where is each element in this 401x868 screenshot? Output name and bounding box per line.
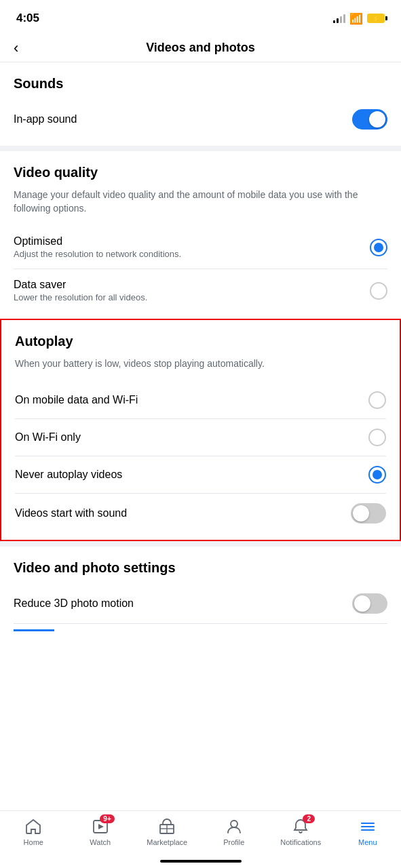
- videos-start-sound-toggle[interactable]: [351, 503, 386, 524]
- battery-icon: ⚡: [367, 14, 385, 23]
- nav-notifications[interactable]: 2 Notifications: [277, 818, 324, 846]
- autoplay-wifi-only-radio[interactable]: [368, 429, 386, 446]
- sounds-section: Sounds In-app sound: [0, 62, 401, 146]
- marketplace-icon: [158, 818, 176, 835]
- datasaver-sublabel: Lower the resolution for all videos.: [14, 292, 147, 302]
- autoplay-wifi-only-label: On Wi-Fi only: [15, 431, 81, 443]
- nav-watch-label: Watch: [90, 838, 111, 846]
- videos-start-sound-label: Videos start with sound: [15, 507, 127, 519]
- nav-marketplace[interactable]: Marketplace: [143, 818, 191, 846]
- nav-notifications-label: Notifications: [280, 838, 321, 846]
- home-indicator: [160, 860, 242, 863]
- wifi-icon: 📶: [349, 12, 363, 25]
- autoplay-never-radio[interactable]: [368, 466, 386, 484]
- video-quality-title: Video quality: [14, 165, 387, 180]
- profile-icon: [225, 818, 243, 835]
- in-app-sound-label: In-app sound: [14, 113, 77, 125]
- video-quality-datasaver-row[interactable]: Data saver Lower the resolution for all …: [14, 269, 387, 312]
- nav-marketplace-label: Marketplace: [147, 838, 187, 846]
- datasaver-radio[interactable]: [370, 282, 387, 300]
- nav-menu[interactable]: Menu: [344, 818, 392, 846]
- notifications-badge: 2: [303, 814, 315, 823]
- sounds-title: Sounds: [14, 76, 387, 92]
- autoplay-mobile-wifi-label: On mobile data and Wi-Fi: [15, 394, 138, 406]
- autoplay-never-label: Never autoplay videos: [15, 469, 122, 481]
- divider-1: [0, 146, 401, 151]
- autoplay-title: Autoplay: [15, 334, 386, 349]
- menu-icon: [359, 818, 377, 835]
- video-quality-desc: Manage your default video quality and th…: [14, 189, 387, 215]
- active-indicator: [14, 629, 54, 631]
- video-photo-settings-title: Video and photo settings: [14, 560, 387, 576]
- page-header: ‹ Videos and photos: [0, 34, 401, 62]
- reduce-3d-label: Reduce 3D photo motion: [14, 597, 134, 610]
- home-icon: [24, 818, 42, 835]
- notifications-icon: 2: [292, 818, 309, 835]
- in-app-sound-toggle[interactable]: [352, 109, 387, 130]
- autoplay-mobile-wifi-radio[interactable]: [368, 391, 386, 409]
- in-app-sound-row: In-app sound: [14, 100, 387, 139]
- autoplay-section: Autoplay When your battery is low, video…: [0, 319, 401, 541]
- video-quality-optimised-row[interactable]: Optimised Adjust the resolution to netwo…: [14, 226, 387, 269]
- nav-home-label: Home: [24, 838, 43, 846]
- back-button[interactable]: ‹: [14, 39, 18, 57]
- signal-icon: [333, 14, 345, 23]
- video-quality-section: Video quality Manage your default video …: [0, 151, 401, 319]
- datasaver-label: Data saver: [14, 279, 147, 291]
- optimised-sublabel: Adjust the resolution to network conditi…: [14, 249, 181, 259]
- optimised-label: Optimised: [14, 235, 181, 248]
- divider-2: [0, 541, 401, 547]
- status-time: 4:05: [16, 12, 39, 25]
- status-icons: 📶 ⚡: [333, 12, 385, 25]
- nav-profile[interactable]: Profile: [210, 818, 258, 846]
- optimised-radio[interactable]: [370, 239, 387, 256]
- status-bar: 4:05 📶 ⚡: [0, 0, 401, 34]
- watch-badge: 9+: [100, 814, 114, 823]
- nav-menu-label: Menu: [358, 838, 377, 846]
- autoplay-desc: When your battery is low, videos stop pl…: [15, 357, 386, 371]
- reduce-3d-toggle[interactable]: [352, 593, 387, 614]
- svg-point-4: [231, 821, 237, 827]
- autoplay-wifi-only-row[interactable]: On Wi-Fi only: [15, 419, 386, 456]
- autoplay-mobile-wifi-row[interactable]: On mobile data and Wi-Fi: [15, 382, 386, 419]
- page-title: Videos and photos: [146, 41, 255, 55]
- nav-home[interactable]: Home: [9, 818, 57, 846]
- watch-icon: 9+: [92, 818, 109, 835]
- videos-start-sound-row: Videos start with sound: [15, 494, 386, 533]
- page-content: Sounds In-app sound Video quality Manage…: [0, 62, 401, 706]
- video-photo-settings-section: Video and photo settings Reduce 3D photo…: [0, 547, 401, 638]
- nav-profile-label: Profile: [223, 838, 244, 846]
- nav-watch[interactable]: 9+ Watch: [77, 818, 124, 846]
- reduce-3d-row: Reduce 3D photo motion: [14, 584, 387, 624]
- autoplay-never-row[interactable]: Never autoplay videos: [15, 456, 386, 494]
